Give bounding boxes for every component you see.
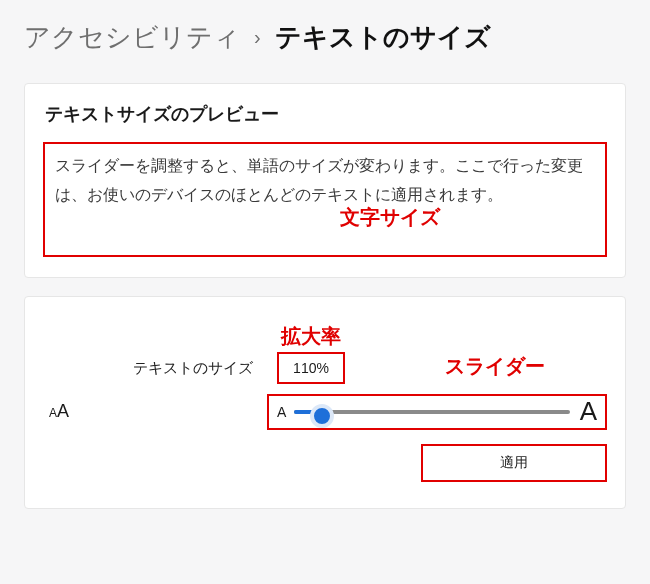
annotation-box-text-size: スライダーを調整すると、単語のサイズが変わります。ここで行った変更は、お使いのデ…: [43, 142, 607, 257]
slider-track: [294, 410, 569, 414]
slider-max-glyph: A: [580, 396, 597, 427]
breadcrumb: アクセシビリティ › テキストのサイズ: [0, 0, 650, 65]
breadcrumb-current: テキストのサイズ: [275, 20, 491, 55]
controls-row-slider: AA A A: [43, 394, 607, 430]
annotation-label-zoom-rate: 拡大率: [281, 323, 341, 350]
preview-title: テキストサイズのプレビュー: [45, 102, 607, 126]
controls-row-label: テキストのサイズ 拡大率 110% スライダー: [43, 323, 607, 384]
chevron-right-icon: ›: [254, 26, 261, 49]
zoom-value: 110%: [277, 352, 345, 384]
slider-thumb[interactable]: [310, 404, 334, 428]
controls-row-apply: 適用: [43, 444, 607, 482]
preview-body-text: スライダーを調整すると、単語のサイズが変わります。ここで行った変更は、お使いのデ…: [55, 152, 595, 210]
letter-a-big-icon: A: [57, 401, 69, 421]
breadcrumb-parent[interactable]: アクセシビリティ: [24, 20, 240, 55]
text-size-slider[interactable]: [294, 402, 569, 422]
preview-card: テキストサイズのプレビュー スライダーを調整すると、単語のサイズが変わります。こ…: [24, 83, 626, 278]
slider-min-glyph: A: [277, 404, 286, 420]
controls-card: テキストのサイズ 拡大率 110% スライダー AA A A 適用: [24, 296, 626, 509]
letter-a-small-icon: A: [49, 406, 57, 420]
annotation-label-slider: スライダー: [445, 353, 545, 380]
apply-button[interactable]: 適用: [421, 444, 607, 482]
text-size-label: テキストのサイズ: [43, 359, 253, 384]
annotation-box-slider: A A: [267, 394, 607, 430]
text-size-icon: AA: [43, 401, 253, 422]
